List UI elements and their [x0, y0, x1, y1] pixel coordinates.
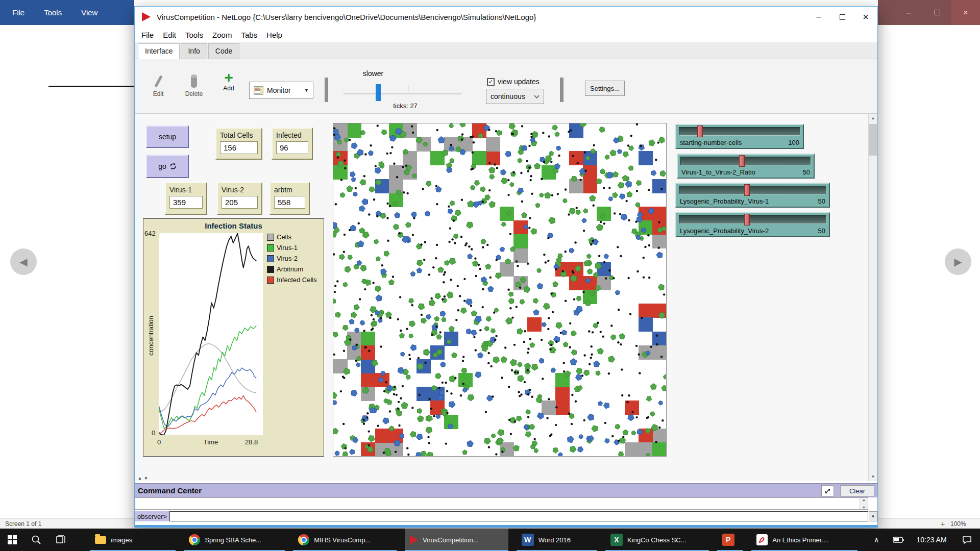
setup-button[interactable]: setup — [146, 126, 189, 148]
menu-file[interactable]: File — [138, 29, 157, 41]
search-icon — [31, 535, 41, 545]
bg-menu-tools[interactable]: Tools — [44, 8, 62, 17]
clear-button[interactable]: Clear — [840, 485, 874, 496]
netlogo-window: VirusCompetition - NetLogo {C:\Users\lar… — [134, 6, 878, 528]
taskbar-app-mihs-viruscomp[interactable]: MIHS VirusComp... — [293, 529, 397, 551]
add-widget-button[interactable]: + Add — [212, 70, 245, 92]
tab-code[interactable]: Code — [208, 43, 239, 59]
bg-close-button[interactable]: × — [951, 0, 980, 25]
menu-tabs[interactable]: Tabs — [237, 29, 261, 41]
command-center-splitter[interactable]: ▲▼ — [138, 476, 150, 481]
toolbar-separator-2 — [560, 78, 564, 102]
speed-slider-track[interactable] — [344, 93, 461, 94]
slider-handle[interactable] — [697, 126, 703, 137]
notification-center-icon[interactable] — [953, 529, 980, 551]
edit-widget-button[interactable]: Edit — [142, 73, 175, 97]
slider-starting-number-cells: starting-number-cells100 — [675, 124, 804, 149]
slider-label: Lysogenic_Probability_Virus-2 — [680, 227, 769, 235]
plot-title: Infection Status — [143, 221, 324, 230]
legend-item: Cells — [267, 233, 317, 241]
legend-swatch-cells — [267, 234, 274, 241]
taskbar-app-ethics-primer[interactable]: An Ethics Primer.... — [751, 529, 857, 551]
taskbar-app-powerpoint[interactable]: P — [717, 529, 744, 551]
scroll-up-icon[interactable]: ▲ — [862, 498, 866, 502]
output-scrollbar[interactable]: ▲▼ — [860, 498, 868, 509]
slider-handle[interactable] — [739, 155, 745, 167]
screen-count-label: Screen 1 of 1 — [5, 520, 41, 528]
x-axis-min-label: 0 — [157, 438, 161, 446]
edit-label: Edit — [142, 90, 175, 97]
taskbar-app-spring-sba[interactable]: Spring SBA Sche... — [184, 529, 285, 551]
command-center-output[interactable]: ▲▼ — [135, 497, 868, 510]
widget-type-dropdown[interactable]: abc Monitor ▼ — [249, 82, 313, 99]
monitor-label: Total Cells — [220, 131, 258, 139]
scroll-down-icon[interactable]: ▼ — [869, 472, 877, 481]
slider-value: 50 — [818, 227, 825, 235]
prev-screen-button[interactable]: ◀ — [10, 248, 37, 275]
command-input[interactable] — [169, 511, 868, 521]
y-axis-title: concentration — [147, 316, 155, 356]
battery-icon[interactable] — [887, 529, 910, 551]
tab-interface[interactable]: Interface — [138, 43, 180, 59]
minimize-button[interactable]: – — [807, 7, 830, 27]
delete-widget-button[interactable]: Delete — [178, 73, 210, 97]
plot-area — [159, 233, 263, 435]
menu-tools[interactable]: Tools — [182, 29, 207, 41]
tray-chevron-up[interactable]: ∧ — [866, 529, 887, 551]
taskbar-app-images[interactable]: images — [90, 529, 176, 551]
next-screen-button[interactable]: ▶ — [945, 248, 971, 275]
slider-lysogenic-virus-2: Lysogenic_Probability_Virus-250 — [675, 212, 830, 237]
command-history-dropdown[interactable]: ▼ — [869, 511, 877, 521]
menu-edit[interactable]: Edit — [159, 29, 180, 41]
clock[interactable]: 10:23 AM — [910, 529, 953, 551]
taskbar-app-label: VirusCompetition... — [423, 536, 479, 544]
windows-logo-icon — [8, 535, 17, 544]
zoom-in-button[interactable]: + — [941, 520, 945, 528]
menu-zoom[interactable]: Zoom — [209, 29, 235, 41]
tab-info[interactable]: Info — [181, 43, 207, 59]
go-button[interactable]: go — [146, 155, 189, 178]
speed-slider-handle[interactable] — [376, 84, 381, 101]
monitor-value: 96 — [276, 141, 308, 154]
slider-handle[interactable] — [744, 184, 750, 196]
scroll-up-icon[interactable]: ▲ — [869, 114, 877, 122]
taskbar-app-kingco-chess[interactable]: X KingCo Chess SC... — [605, 529, 709, 551]
bg-menu-file[interactable]: File — [12, 8, 24, 17]
command-center-input-row: observer> ▼ — [135, 511, 877, 522]
task-view-button[interactable] — [48, 529, 72, 551]
plus-icon: + — [212, 70, 245, 85]
maximize-icon — [840, 14, 845, 20]
monitor-total-cells: Total Cells 156 — [215, 128, 262, 160]
command-center-expand-button[interactable] — [821, 485, 834, 496]
pencil-icon — [153, 73, 163, 89]
bg-menu-view[interactable]: View — [81, 8, 97, 17]
update-mode-value: continuous — [491, 92, 525, 101]
observer-prompt[interactable]: observer> — [135, 511, 169, 521]
task-view-icon — [56, 535, 66, 545]
ticks-counter: ticks: 27 — [375, 102, 436, 110]
settings-button[interactable]: Settings... — [585, 81, 625, 96]
update-mode-dropdown[interactable]: continuous — [486, 89, 544, 104]
main-vertical-scrollbar[interactable]: ▲ ▼ — [868, 114, 877, 481]
titlebar[interactable]: VirusCompetition - NetLogo {C:\Users\lar… — [135, 7, 877, 27]
close-button[interactable]: × — [854, 7, 877, 27]
monitor-arbtm: arbtm 558 — [270, 182, 310, 215]
world-view — [333, 123, 667, 457]
window-title: VirusCompetition - NetLogo {C:\Users\lar… — [157, 13, 536, 21]
view-updates-checkbox[interactable]: ✓ — [487, 78, 495, 86]
zoom-level-label: 100% — [950, 520, 966, 528]
scroll-down-icon[interactable]: ▼ — [862, 506, 866, 509]
scroll-thumb[interactable] — [869, 124, 877, 156]
taskbar-app-word[interactable]: W Word 2016 — [517, 529, 597, 551]
taskbar-app-label: KingCo Chess SC... — [627, 536, 687, 544]
menu-help[interactable]: Help — [263, 29, 286, 41]
world-view-canvas — [333, 123, 666, 456]
start-button[interactable] — [0, 529, 24, 551]
slider-handle[interactable] — [744, 214, 750, 226]
bg-maximize-button[interactable] — [923, 0, 951, 25]
monitor-infected: Infected 96 — [272, 128, 313, 160]
taskbar-app-viruscompetition[interactable]: VirusCompetition... — [405, 529, 508, 551]
maximize-button[interactable] — [830, 7, 854, 27]
search-button[interactable] — [24, 529, 48, 551]
bg-minimize-button[interactable]: – — [894, 0, 923, 25]
